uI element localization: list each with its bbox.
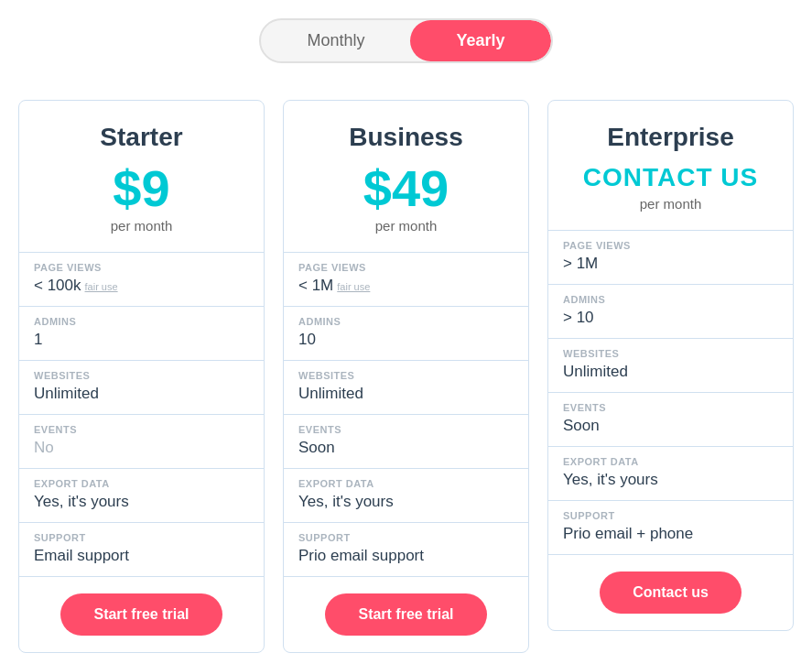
- feature-value: Unlimited: [34, 385, 99, 403]
- feature-row: EXPORT DATAYes, it's yours: [284, 469, 528, 523]
- plan-period-enterprise: per month: [567, 196, 774, 212]
- feature-label: EVENTS: [298, 424, 514, 435]
- fair-use-link[interactable]: fair use: [337, 281, 370, 292]
- feature-value: < 100k: [34, 277, 81, 295]
- feature-row: PAGE VIEWS> 1M: [548, 231, 793, 285]
- feature-value: Yes, it's yours: [563, 471, 658, 489]
- plan-name-enterprise: Enterprise: [567, 123, 774, 152]
- feature-value: Yes, it's yours: [34, 493, 129, 511]
- feature-row: WEBSITESUnlimited: [548, 339, 793, 393]
- plan-price-enterprise: CONTACT US: [567, 163, 774, 192]
- cta-container-business: Start free trial: [284, 577, 528, 652]
- feature-row: EXPORT DATAYes, it's yours: [19, 469, 264, 523]
- feature-label: PAGE VIEWS: [298, 262, 514, 273]
- plan-card-enterprise: EnterpriseCONTACT USper monthPAGE VIEWS>…: [547, 100, 794, 631]
- yearly-toggle-btn[interactable]: Yearly: [410, 20, 550, 61]
- feature-label: ADMINS: [563, 294, 778, 305]
- feature-value: 1: [34, 331, 42, 349]
- feature-label: PAGE VIEWS: [563, 240, 778, 251]
- plan-header-starter: Starter$9per month: [19, 101, 264, 253]
- billing-toggle: Monthly Yearly: [259, 18, 552, 63]
- feature-row: WEBSITESUnlimited: [19, 361, 264, 415]
- feature-label: WEBSITES: [563, 348, 778, 359]
- feature-row: SUPPORTEmail support: [19, 523, 264, 577]
- feature-row: SUPPORTPrio email + phone: [548, 501, 793, 555]
- feature-row: PAGE VIEWS< 1Mfair use: [284, 253, 528, 307]
- feature-label: SUPPORT: [298, 532, 514, 543]
- feature-row: ADMINS1: [19, 307, 264, 361]
- feature-value: > 10: [563, 309, 594, 327]
- plan-period-starter: per month: [38, 218, 245, 234]
- feature-label: EVENTS: [563, 402, 778, 413]
- cta-container-starter: Start free trial: [19, 577, 264, 652]
- feature-value: 10: [298, 331, 316, 349]
- plan-price-business: $49: [302, 163, 510, 214]
- cta-btn-starter[interactable]: Start free trial: [60, 593, 222, 636]
- feature-label: SUPPORT: [34, 532, 249, 543]
- feature-value: > 1M: [563, 255, 598, 273]
- feature-value: Soon: [298, 439, 335, 457]
- feature-label: ADMINS: [34, 316, 249, 327]
- cta-btn-enterprise[interactable]: Contact us: [600, 571, 742, 614]
- feature-row: EVENTSSoon: [548, 393, 793, 447]
- feature-label: WEBSITES: [34, 370, 249, 381]
- plan-price-starter: $9: [38, 163, 245, 214]
- plan-card-business: Business$49per monthPAGE VIEWS< 1Mfair u…: [283, 100, 529, 653]
- feature-row: ADMINS> 10: [548, 285, 793, 339]
- fair-use-link[interactable]: fair use: [85, 281, 118, 292]
- feature-value: Unlimited: [298, 385, 363, 403]
- feature-label: ADMINS: [298, 316, 514, 327]
- feature-row: SUPPORTPrio email support: [284, 523, 528, 577]
- feature-row: PAGE VIEWS< 100kfair use: [19, 253, 264, 307]
- plans-container: Starter$9per monthPAGE VIEWS< 100kfair u…: [18, 100, 794, 653]
- plan-card-starter: Starter$9per monthPAGE VIEWS< 100kfair u…: [18, 100, 265, 653]
- feature-label: EXPORT DATA: [563, 456, 778, 467]
- plan-name-starter: Starter: [38, 123, 245, 152]
- monthly-toggle-btn[interactable]: Monthly: [261, 20, 410, 61]
- feature-label: EXPORT DATA: [34, 478, 249, 489]
- feature-value: Prio email support: [298, 547, 424, 565]
- plan-header-business: Business$49per month: [284, 101, 528, 253]
- feature-value: Soon: [563, 417, 600, 435]
- feature-value: Email support: [34, 547, 129, 565]
- plan-header-enterprise: EnterpriseCONTACT USper month: [548, 101, 793, 231]
- feature-label: WEBSITES: [298, 370, 514, 381]
- feature-label: PAGE VIEWS: [34, 262, 249, 273]
- feature-row: ADMINS10: [284, 307, 528, 361]
- feature-row: EVENTSNo: [19, 415, 264, 469]
- feature-row: WEBSITESUnlimited: [284, 361, 528, 415]
- feature-value: Yes, it's yours: [298, 493, 394, 511]
- feature-label: EVENTS: [34, 424, 249, 435]
- feature-row: EXPORT DATAYes, it's yours: [548, 447, 793, 501]
- feature-value: No: [34, 439, 54, 457]
- feature-value: < 1M: [298, 277, 333, 295]
- feature-row: EVENTSSoon: [284, 415, 528, 469]
- feature-label: SUPPORT: [563, 510, 778, 521]
- plan-name-business: Business: [302, 123, 510, 152]
- cta-container-enterprise: Contact us: [548, 555, 793, 630]
- plan-period-business: per month: [302, 218, 510, 234]
- feature-value: Prio email + phone: [563, 525, 693, 543]
- feature-label: EXPORT DATA: [298, 478, 514, 489]
- feature-value: Unlimited: [563, 363, 628, 381]
- cta-btn-business[interactable]: Start free trial: [325, 593, 486, 636]
